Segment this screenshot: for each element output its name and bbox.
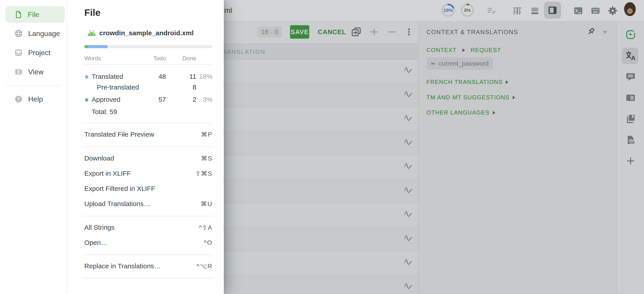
svg-text:?: ?	[17, 96, 20, 102]
menu-shortcut: ⌘P	[201, 131, 212, 138]
current-file: crowdin_sample_android.xml	[87, 29, 194, 37]
sidebar-item-label: File	[28, 10, 39, 19]
file-name: crowdin_sample_android.xml	[99, 29, 194, 37]
menu-item-export-xliff[interactable]: Export in XLIFF ⇧⌘S	[84, 168, 212, 179]
sidebar-item-label: Project	[28, 49, 50, 57]
menu-divider	[82, 255, 214, 255]
help-icon: ?	[14, 95, 23, 103]
sidebar-item-label: Help	[28, 95, 43, 103]
menu-divider	[82, 216, 214, 216]
sidebar-item-label: Language	[28, 29, 60, 38]
stats-row-pretranslated: Pre-translated 8	[67, 84, 224, 92]
file-menu-title: File	[84, 7, 100, 18]
stats-row-approved: Approved 57 2 3%	[67, 96, 224, 104]
stats-row-translated: Translated 48 11 18%	[67, 73, 224, 81]
columns-icon	[14, 68, 23, 76]
stat-pct: 3%	[203, 96, 212, 103]
stats-col-done: Done	[182, 55, 196, 62]
menu-item-upload-translations[interactable]: Upload Translations… ⌘U	[84, 199, 212, 209]
android-icon	[87, 29, 96, 37]
sidebar-item-view[interactable]: View	[5, 64, 65, 80]
menu-shortcut: ⇧⌘S	[196, 170, 212, 177]
sidebar-item-file[interactable]: File	[5, 6, 65, 23]
menu-label: Replace in Translations…	[84, 262, 161, 270]
inbox-icon	[14, 48, 23, 57]
stat-done: 8	[192, 84, 196, 91]
menu-label: Download	[84, 154, 114, 162]
file-icon	[14, 10, 22, 18]
stat-todo: 48	[158, 73, 166, 80]
menu-divider	[82, 123, 214, 124]
menu-divider	[82, 278, 214, 278]
menu-label: Translated File Preview	[84, 131, 154, 138]
menu-shortcut: ⌘U	[201, 200, 212, 208]
menu-label: Upload Translations…	[84, 200, 150, 208]
stat-done: 11	[190, 73, 196, 80]
translated-dot	[85, 75, 88, 79]
stats-header-row: Words Todo Done	[67, 55, 224, 62]
stat-label: Approved	[92, 96, 120, 103]
stats-row-total: Total: 59	[67, 108, 224, 116]
menu-shortcut: ^O	[204, 239, 212, 246]
menu-shortcut: ⌘S	[201, 155, 212, 162]
menu-shortcut: ^⌥R	[196, 263, 212, 270]
stat-total: Total: 59	[92, 108, 117, 116]
sidebar-item-language[interactable]: Language	[5, 25, 65, 42]
menu-item-open[interactable]: Open… ^O	[84, 238, 212, 248]
menu-label: Open…	[84, 239, 107, 246]
menu-item-replace-in-translations[interactable]: Replace in Translations… ^⌥R	[84, 261, 212, 271]
stat-label: Translated	[92, 73, 123, 80]
stat-label: Pre-translated	[97, 84, 139, 91]
sidebar-divider	[5, 86, 60, 86]
sidebar-item-project[interactable]: Project	[5, 44, 65, 61]
globe-icon	[14, 29, 23, 38]
stat-todo: 57	[158, 96, 166, 103]
stats-divider	[84, 64, 212, 65]
sidebar-item-label: View	[28, 68, 44, 76]
menu-item-all-strings[interactable]: All Strings ^⇧A	[84, 222, 212, 233]
stat-pct: 18%	[199, 73, 212, 80]
stat-done: 2	[192, 96, 196, 103]
file-menu-panel: File crowdin_sample_android.xml Words To…	[67, 0, 224, 294]
menu-item-export-filtered-xliff[interactable]: Export Filtered in XLIFF	[84, 183, 212, 194]
stats-col-words: Words	[84, 55, 101, 62]
menu-item-download[interactable]: Download ⌘S	[84, 153, 212, 163]
sidebar-item-help[interactable]: ? Help	[5, 91, 65, 107]
menu-label: All Strings	[84, 224, 114, 231]
progress-approved-segment	[84, 45, 88, 48]
menu-item-translated-file-preview[interactable]: Translated File Preview ⌘P	[84, 129, 212, 140]
menu-divider	[82, 147, 214, 147]
approved-dot	[85, 98, 88, 102]
menu-shortcut: ^⇧A	[199, 224, 212, 231]
menu-label: Export in XLIFF	[84, 170, 131, 177]
file-progress-bar	[84, 45, 212, 48]
main-sidebar: File Language Project View ? Help	[0, 0, 67, 294]
progress-translated-segment	[88, 45, 108, 48]
stats-col-todo: Todo	[154, 55, 166, 62]
menu-label: Export Filtered in XLIFF	[84, 185, 155, 192]
